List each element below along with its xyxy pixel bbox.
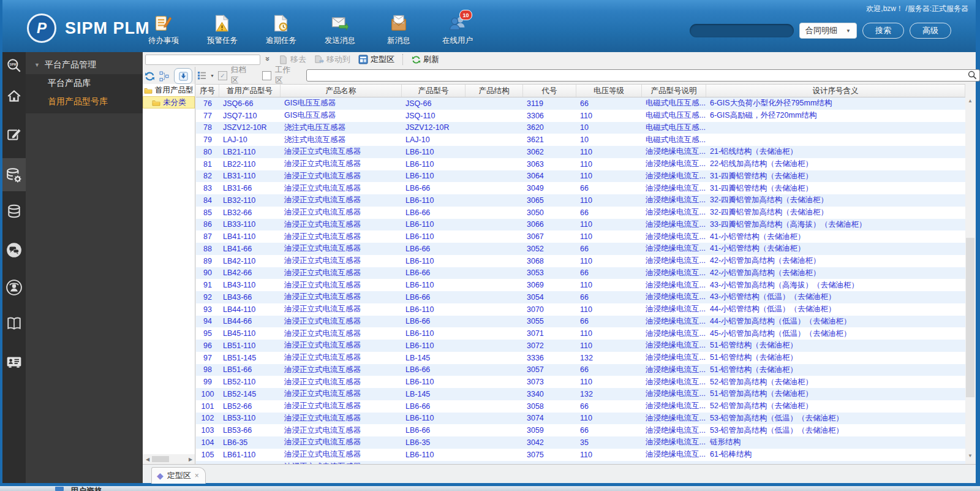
table-row[interactable]: 93LB44-110油浸正立式电流互感器LB6-1103070110油浸绝缘电流… xyxy=(196,303,965,316)
tree-node-unclassified[interactable]: 未分类 xyxy=(143,96,195,108)
nav-item-overdue-tasks[interactable]: 逾期任务 xyxy=(260,13,303,46)
column-header[interactable]: 首用产品型号 xyxy=(219,85,281,97)
table-row[interactable]: 99LB52-110油浸正立式电流互感器LB6-1103073110油浸绝缘电流… xyxy=(196,376,965,388)
view-options-caret-icon[interactable]: ▼ xyxy=(210,74,214,78)
table-cell: 油浸绝缘电流互... xyxy=(642,146,706,158)
table-row[interactable]: 91LB43-110油浸正立式电流互感器LB6-1103069110油浸绝缘电流… xyxy=(196,279,965,291)
column-header[interactable]: 产品型号说明 xyxy=(642,85,706,97)
table-row[interactable]: 88LB41-66油浸正立式电流互感器LB6-66305266油浸绝缘电流互..… xyxy=(196,243,965,255)
table-row[interactable]: 90LB42-66油浸正立式电流互感器LB6-66305366油浸绝缘电流互..… xyxy=(196,267,965,280)
nav-tree-root[interactable]: ▼ 平台产品管理 xyxy=(26,57,143,73)
table-row[interactable]: 78JSZV12-10R浇注式电压互感器JSZV12-10R362010电磁式电… xyxy=(196,122,965,134)
tree-refresh-icon[interactable] xyxy=(145,71,155,82)
table-row[interactable]: 101LB52-66油浸正立式电流互感器LB6-66305866油浸绝缘电流互.… xyxy=(196,400,965,413)
table-row[interactable]: 92LB43-66油浸正立式电流互感器LB6-66305466油浸绝缘电流互..… xyxy=(196,291,965,303)
table-row[interactable]: 81LB22-110油浸正立式电流互感器LB6-1103063110油浸绝缘电流… xyxy=(196,158,965,170)
remove-button[interactable]: 移去 xyxy=(279,54,306,65)
table-cell: 油浸绝缘电流互... xyxy=(642,243,706,255)
nav-item-todo[interactable]: 待办事项 xyxy=(142,13,185,46)
table-vertical-scrollbar[interactable]: ▲ ▼ xyxy=(965,85,975,461)
nav-item-send-message[interactable]: 发送消息 xyxy=(318,13,361,46)
collapsed-search-panel[interactable] xyxy=(145,55,260,65)
table-row[interactable]: 96LB51-110油浸正立式电流互感器LB6-1103072110油浸绝缘电流… xyxy=(196,340,965,352)
global-search-input[interactable] xyxy=(690,24,794,37)
table-cell: 油浸正立式电流互感器 xyxy=(281,194,402,207)
nav-item-platform-product-library[interactable]: 平台产品库 xyxy=(26,74,143,93)
scrollbar-thumb[interactable] xyxy=(966,238,974,397)
table-row[interactable]: 76JSQ6-66GIS电压互感器JSQ-66311966电磁式电压互感...6… xyxy=(196,97,965,110)
table-row[interactable]: 86LB33-110油浸正立式电流互感器LB6-1103066110油浸绝缘电流… xyxy=(196,219,965,231)
tree-node-root[interactable]: 首用产品型 xyxy=(143,84,195,96)
table-cell: LB44-66 xyxy=(219,316,281,328)
table-cell xyxy=(466,134,523,146)
column-header[interactable]: 代号 xyxy=(523,85,576,97)
table-cell: 油浸绝缘电流互... xyxy=(642,340,706,352)
nav-item-first-use-model-library[interactable]: 首用产品型号库 xyxy=(26,93,143,111)
table-row[interactable]: 95LB45-110油浸正立式电流互感器LB6-1103071110油浸绝缘电流… xyxy=(196,327,965,340)
column-header[interactable]: 序号 xyxy=(196,85,219,97)
table-row[interactable]: 79LAJ-10浇注式电流互感器LAJ-10362110电磁式电流互感... xyxy=(196,134,965,146)
database-icon[interactable] xyxy=(2,199,26,224)
column-header[interactable]: 产品型号 xyxy=(402,85,466,97)
book-icon[interactable] xyxy=(2,311,26,336)
tree-expand-icon[interactable]: ▼ xyxy=(34,62,40,68)
table-row[interactable]: 80LB21-110油浸正立式电流互感器LB6-1103062110油浸绝缘电流… xyxy=(196,146,965,158)
search-category-dropdown[interactable]: 合同明细 ▼ xyxy=(799,23,857,39)
table-row[interactable]: 100LB52-145油浸正立式电流互感器LB-1453340132油浸绝缘电流… xyxy=(196,388,965,400)
column-header[interactable]: 电压等级 xyxy=(576,85,642,97)
workspace-checkbox[interactable] xyxy=(262,71,271,80)
view-options-icon[interactable] xyxy=(197,71,206,80)
archive-area-checkbox[interactable]: ✓ xyxy=(218,71,227,80)
table-row[interactable]: 103LB53-66油浸正立式电流互感器LB6-66305966油浸绝缘电流互.… xyxy=(196,424,965,436)
fixed-area-button[interactable]: 定型区 xyxy=(358,54,394,65)
scroll-down-icon[interactable]: ▼ xyxy=(965,453,975,459)
column-header[interactable]: 设计序号含义 xyxy=(706,85,965,97)
table-row[interactable]: 102LB53-110油浸正立式电流互感器LB6-1103074110油浸绝缘电… xyxy=(196,413,965,425)
scroll-right-icon[interactable]: ▶ xyxy=(186,457,195,462)
sipm-search-icon[interactable]: SIPM xyxy=(2,53,26,78)
chat-icon[interactable] xyxy=(2,238,26,262)
table-row[interactable]: 97LB51-145油浸正立式电流互感器LB-1453336132油浸绝缘电流互… xyxy=(196,352,965,364)
scroll-left-icon[interactable]: ◀ xyxy=(143,457,152,462)
table-row[interactable]: 85LB32-66油浸正立式电流互感器LB6-66305066油浸绝缘电流互..… xyxy=(196,207,965,219)
tab-fixed-area[interactable]: ◆ 定型区 × xyxy=(151,467,206,484)
table-filter-input[interactable] xyxy=(306,69,980,82)
table-row[interactable]: 84LB32-110油浸正立式电流互感器LB6-1103065110油浸绝缘电流… xyxy=(196,194,965,207)
scroll-up-icon[interactable]: ▲ xyxy=(965,98,975,104)
move-to-button[interactable]: 移动到 xyxy=(314,54,350,65)
table-row[interactable]: 83LB31-66油浸正立式电流互感器LB6-66304966油浸绝缘电流互..… xyxy=(196,182,965,194)
table-row[interactable]: 89LB42-110油浸正立式电流互感器LB6-1103068110油浸绝缘电流… xyxy=(196,255,965,267)
table-cell: 110 xyxy=(576,376,642,388)
table-cell: 油浸正立式电流互感器 xyxy=(281,388,402,400)
search-button[interactable]: 搜索 xyxy=(862,23,904,39)
data-config-icon[interactable] xyxy=(2,163,26,188)
table-row[interactable]: 104LB6-35油浸正立式电流互感器LB6-35304235油浸绝缘电流互..… xyxy=(196,436,965,449)
table-cell: LB44-110 xyxy=(219,303,281,316)
tree-horizontal-scrollbar[interactable]: ◀ ▶ xyxy=(143,454,195,464)
support-icon[interactable] xyxy=(2,275,26,300)
advanced-search-button[interactable]: 高级 xyxy=(910,23,951,39)
table-cell: LB6-110 xyxy=(402,303,466,316)
table-row[interactable]: 98LB51-66油浸正立式电流互感器LB6-66305766油浸绝缘电流互..… xyxy=(196,364,965,376)
scrollbar-thumb[interactable] xyxy=(152,456,169,462)
table-row[interactable]: 87LB41-110油浸正立式电流互感器LB6-1103067110油浸绝缘电流… xyxy=(196,230,965,243)
tab-close-icon[interactable]: × xyxy=(195,471,199,480)
table-row[interactable]: 77JSQ7-110GIS电压互感器JSQ-1103306110电磁式电压互感.… xyxy=(196,110,965,122)
search-icon[interactable] xyxy=(968,70,977,80)
nav-item-online-users[interactable]: 10 在线用户 xyxy=(436,13,479,46)
nav-item-new-messages[interactable]: 新消息 xyxy=(377,13,420,46)
nav-item-warning-tasks[interactable]: 预警任务 xyxy=(201,13,244,46)
hierarchy-icon[interactable] xyxy=(159,71,170,82)
id-card-icon[interactable] xyxy=(2,349,26,374)
edit-icon[interactable] xyxy=(2,123,26,147)
column-header[interactable]: 产品结构 xyxy=(466,85,523,97)
locate-node-button[interactable] xyxy=(174,68,192,84)
table-cell: 油浸绝缘电流互... xyxy=(642,194,706,207)
table-row[interactable]: 94LB44-66油浸正立式电流互感器LB6-66305566油浸绝缘电流互..… xyxy=(196,316,965,328)
refresh-button[interactable]: 刷新 xyxy=(412,54,439,65)
table-row[interactable]: 82LB31-110油浸正立式电流互感器LB6-1103064110油浸绝缘电流… xyxy=(196,170,965,183)
home-icon[interactable] xyxy=(2,84,26,108)
column-header[interactable]: 产品名称 xyxy=(281,85,402,97)
table-row[interactable]: 105LB61-110油浸正立式电流互感器LB6-1103075110油浸绝缘电… xyxy=(196,449,965,461)
collapse-chevron-icon[interactable]: » xyxy=(263,53,274,64)
